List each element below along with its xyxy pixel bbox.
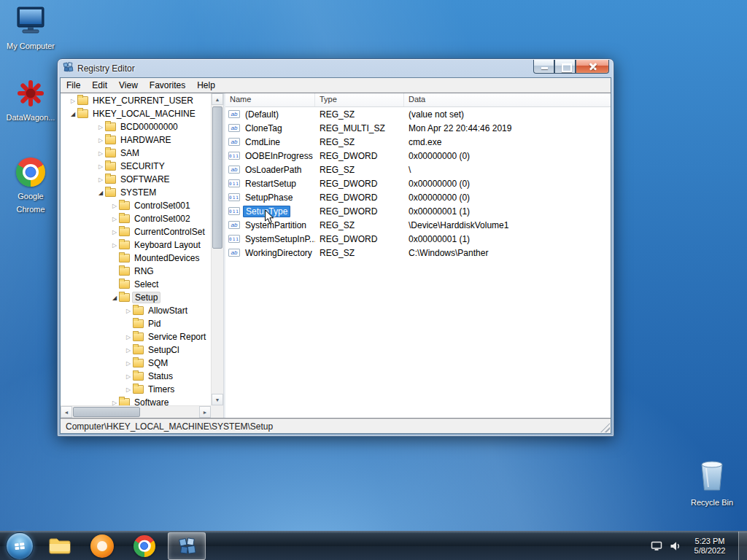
menu-file[interactable]: File [61, 79, 86, 92]
tree-item-label[interactable]: HKEY_CURRENT_USER [90, 96, 196, 106]
tree-item[interactable]: RNG [61, 265, 211, 278]
tree-item[interactable]: Pid [61, 317, 211, 330]
registry-value-row[interactable]: 011OOBEInProgressREG_DWORD0x00000000 (0) [225, 149, 611, 163]
tree-item-label[interactable]: MountedDevices [132, 253, 201, 263]
tree-item[interactable]: ▷HARDWARE [61, 133, 211, 147]
tree-item[interactable]: Select [61, 278, 211, 291]
tree-item[interactable]: ▷ControlSet001 [61, 199, 211, 212]
expand-arrow-icon[interactable]: ▷ [96, 137, 105, 144]
column-header-data[interactable]: Data [404, 93, 611, 106]
desktop-icon-my-computer[interactable]: My Computer [4, 4, 57, 52]
registry-value-row[interactable]: 011SetupPhaseREG_DWORD0x00000000 (0) [225, 190, 611, 204]
scroll-left-arrow-icon[interactable]: ◄ [61, 406, 72, 418]
minimize-button[interactable] [533, 60, 554, 74]
value-name[interactable]: CloneTag [243, 123, 285, 133]
scroll-right-arrow-icon[interactable]: ► [199, 406, 211, 418]
tree-item[interactable]: ▷HKEY_CURRENT_USER [61, 94, 211, 107]
expand-arrow-icon[interactable]: ▷ [124, 373, 133, 380]
tree-item-label[interactable]: ControlSet002 [132, 214, 193, 224]
window-titlebar[interactable]: Registry Editor [58, 59, 614, 77]
tree-item-label[interactable]: SYSTEM [118, 187, 158, 198]
volume-icon[interactable] [670, 541, 681, 551]
collapse-arrow-icon[interactable]: ◢ [69, 111, 77, 117]
value-name[interactable]: SystemSetupInP... [243, 234, 315, 244]
taskbar-chrome-button[interactable] [125, 532, 163, 560]
tree-item-label[interactable]: BCD00000000 [118, 122, 180, 132]
show-desktop-button[interactable] [738, 532, 747, 560]
tree-item-label[interactable]: SAM [118, 148, 142, 158]
value-name[interactable]: SetupType [243, 206, 290, 217]
scroll-down-arrow-icon[interactable]: ▼ [212, 394, 223, 405]
expand-arrow-icon[interactable]: ▷ [96, 163, 105, 170]
column-header-type[interactable]: Type [315, 93, 404, 106]
value-name[interactable]: SetupPhase [243, 192, 295, 203]
tree-item-label[interactable]: Select [132, 279, 160, 289]
expand-arrow-icon[interactable]: ▷ [124, 360, 133, 367]
registry-value-row[interactable]: 011SystemSetupInP...REG_DWORD0x00000001 … [225, 232, 611, 246]
expand-arrow-icon[interactable]: ▷ [124, 347, 133, 354]
value-name[interactable]: SystemPartition [243, 220, 309, 230]
taskbar-clock[interactable]: 5:23 PM 5/8/2022 [689, 537, 731, 556]
tree-item[interactable]: ▷SOFTWARE [61, 173, 211, 186]
expand-arrow-icon[interactable]: ▷ [110, 203, 119, 209]
tree-item[interactable]: ▷SQM [61, 357, 211, 370]
taskbar-orange-app-button[interactable] [83, 532, 121, 560]
network-icon[interactable] [651, 541, 662, 551]
close-button[interactable] [576, 60, 609, 74]
tree-item[interactable]: ▷ControlSet002 [61, 212, 211, 225]
registry-value-row[interactable]: abCmdLineREG_SZcmd.exe [225, 135, 611, 149]
menu-view[interactable]: View [113, 79, 144, 92]
horizontal-scrollbar-thumb[interactable] [73, 407, 140, 417]
menu-help[interactable]: Help [191, 79, 221, 92]
menu-edit[interactable]: Edit [86, 79, 113, 92]
taskbar-registry-editor-button[interactable] [168, 532, 206, 560]
maximize-button[interactable] [554, 60, 576, 74]
tree-item[interactable]: ▷AllowStart [61, 304, 211, 317]
tree-item-label[interactable]: AllowStart [146, 306, 190, 316]
tree-item-label[interactable]: Status [146, 371, 175, 381]
expand-arrow-icon[interactable]: ▷ [110, 216, 119, 222]
registry-value-row[interactable]: abWorkingDirectoryREG_SZC:\Windows\Panth… [225, 246, 611, 260]
tree-item[interactable]: ◢HKEY_LOCAL_MACHINE [61, 107, 211, 120]
expand-arrow-icon[interactable]: ▷ [110, 400, 119, 406]
expand-arrow-icon[interactable]: ▷ [96, 150, 105, 157]
tree-item-label[interactable]: Pid [146, 319, 163, 329]
tree-item-label[interactable]: Keyboard Layout [132, 240, 203, 250]
value-name[interactable]: (Default) [243, 109, 281, 120]
expand-arrow-icon[interactable]: ▷ [124, 386, 133, 393]
tree-item[interactable]: ▷SetupCl [61, 343, 211, 357]
taskbar-explorer-button[interactable] [41, 532, 79, 560]
expand-arrow-icon[interactable]: ▷ [69, 98, 77, 104]
tree-item[interactable]: ◢SYSTEM [61, 186, 211, 199]
tree-vertical-scrollbar[interactable]: ▲ ▼ [211, 93, 223, 405]
desktop-icon-google-chrome[interactable]: Google Chrome [4, 155, 57, 215]
resize-grip[interactable] [600, 423, 610, 432]
desktop-icon-recycle-bin[interactable]: Recycle Bin [686, 456, 738, 508]
registry-value-row[interactable]: abSystemPartitionREG_SZ\Device\HarddiskV… [225, 218, 611, 232]
tree-item-label[interactable]: Timers [146, 384, 177, 394]
registry-value-row[interactable]: abOsLoaderPathREG_SZ\ [225, 163, 611, 176]
tree-item[interactable]: ◢Setup [61, 291, 211, 304]
tree-item-label[interactable]: HKEY_LOCAL_MACHINE [90, 109, 198, 119]
tree-item-label[interactable]: SECURITY [118, 161, 167, 171]
registry-value-row[interactable]: abCloneTagREG_MULTI_SZMon Apr 22 20:44:4… [225, 121, 611, 135]
collapse-arrow-icon[interactable]: ◢ [110, 295, 119, 301]
expand-arrow-icon[interactable]: ▷ [96, 176, 105, 183]
tree-item[interactable]: ▷Keyboard Layout [61, 238, 211, 252]
tree-item-label[interactable]: RNG [132, 266, 156, 276]
vertical-scrollbar-thumb[interactable] [212, 106, 222, 249]
tree-horizontal-scrollbar[interactable]: ◄ ► [61, 405, 211, 418]
expand-arrow-icon[interactable]: ▷ [110, 229, 119, 236]
tree-item[interactable]: ▷Timers [61, 383, 211, 396]
tree-item[interactable]: ▷SAM [61, 147, 211, 160]
tree-item[interactable]: ▷CurrentControlSet [61, 225, 211, 238]
value-name[interactable]: OsLoaderPath [243, 165, 303, 175]
tree-item-label[interactable]: SetupCl [146, 345, 182, 355]
tree-item[interactable]: ▷Service Report [61, 330, 211, 343]
value-name[interactable]: CmdLine [243, 137, 282, 147]
expand-arrow-icon[interactable]: ▷ [96, 124, 105, 131]
tree-item-label[interactable]: SQM [146, 358, 170, 368]
scroll-up-arrow-icon[interactable]: ▲ [212, 93, 223, 105]
tree-item-label[interactable]: Setup [132, 292, 160, 303]
tree-item-label[interactable]: HARDWARE [118, 135, 174, 145]
